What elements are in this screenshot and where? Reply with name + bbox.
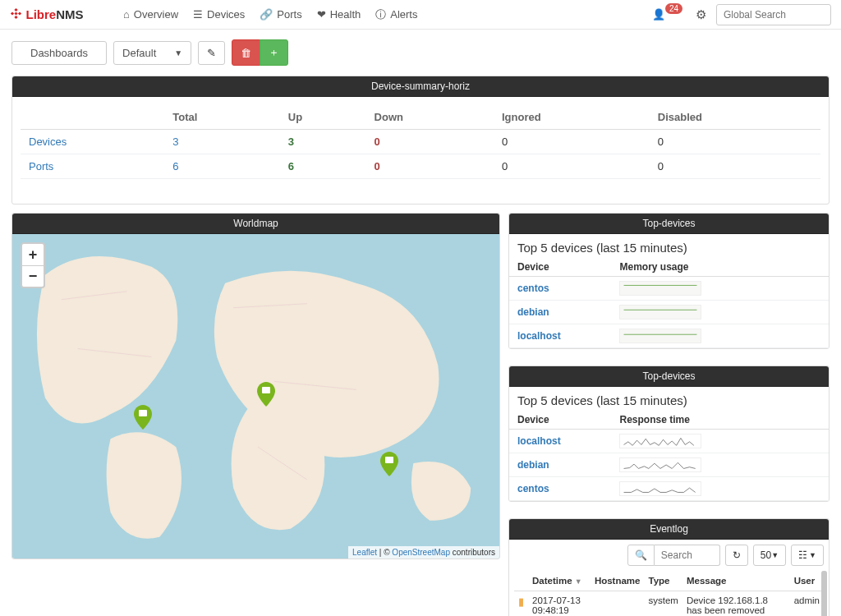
table-row: localhost [509, 430, 829, 453]
device-link[interactable]: centos [517, 483, 549, 494]
nav-items: ⌂Overview ☰Devices 🔗Ports ❤Health ⓘAlert… [123, 7, 417, 22]
refresh-icon: ↻ [733, 549, 741, 561]
dashboard-controls: Dashboards Default ▼ ✎ 🗑 ＋ [11, 39, 830, 66]
global-search[interactable] [716, 4, 831, 25]
table-row: ▮ 2017-07-13 09:48:19 system Device 192.… [514, 591, 824, 617]
device-link[interactable]: localhost [517, 330, 561, 342]
delete-dashboard-button[interactable]: 🗑 [232, 39, 260, 66]
search-button[interactable]: 🔍 [627, 545, 655, 566]
top-devices-memory-panel: Top-devices Top 5 devices (last 15 minut… [508, 213, 830, 349]
user-icon: 👤 [652, 8, 665, 21]
col-user[interactable]: User [790, 571, 824, 591]
device-summary-title: Device-summary-horiz [12, 76, 829, 97]
worldmap-title: Worldmap [12, 214, 499, 234]
scrollbar[interactable] [821, 571, 827, 616]
map-attribution: Leaflet | © OpenStreetMap contributors [348, 546, 499, 559]
summary-table: Total Up Down Ignored Disabled Devices 3… [21, 105, 820, 179]
sparkline [619, 457, 701, 472]
zoom-controls: + − [21, 242, 45, 288]
svg-text:LibreNMS: LibreNMS [26, 7, 84, 21]
zoom-in-button[interactable]: + [22, 244, 44, 265]
table-row: centos [509, 477, 829, 501]
pencil-icon: ✎ [207, 47, 216, 59]
nav-right: 👤 24 ⚙ [652, 4, 831, 25]
nav-overview[interactable]: ⌂Overview [123, 8, 178, 21]
columns-button[interactable]: ☷▼ [791, 545, 824, 566]
table-row: debian [509, 453, 829, 477]
table-row: Devices 3 3 0 0 0 [21, 130, 820, 154]
map-marker[interactable] [134, 405, 152, 430]
nav-devices[interactable]: ☰Devices [193, 8, 245, 21]
col-datetime[interactable]: Datetime ▼ [528, 571, 591, 591]
table-row: centos [509, 277, 829, 301]
settings-menu[interactable]: ⚙ [696, 7, 706, 22]
map-marker[interactable] [380, 452, 398, 476]
table-row: localhost [509, 324, 829, 348]
sparkline [619, 305, 701, 319]
ports-icon: 🔗 [260, 8, 273, 21]
sparkline [619, 281, 701, 296]
col-message[interactable]: Message [682, 571, 790, 591]
svg-rect-2 [18, 11, 21, 15]
edit-dashboard-button[interactable]: ✎ [198, 41, 225, 65]
zoom-out-button[interactable]: − [22, 265, 44, 287]
pagesize-select[interactable]: 50 ▼ [753, 545, 786, 566]
devices-link[interactable]: Devices [29, 136, 67, 148]
sparkline [619, 434, 701, 448]
health-icon: ❤ [317, 8, 326, 21]
eventlog-toolbar: 🔍 ↻ 50 ▼ ☷▼ [514, 545, 824, 566]
chevron-down-icon: ▼ [809, 551, 816, 559]
plus-icon: ＋ [269, 45, 279, 60]
table-row: Ports 6 6 0 0 0 [21, 154, 820, 179]
dashboard-select[interactable]: Default ▼ [113, 41, 191, 65]
col-hostname[interactable]: Hostname [591, 571, 645, 591]
nav-alerts[interactable]: ⓘAlerts [375, 7, 417, 22]
trash-icon: 🗑 [241, 47, 251, 59]
global-search-input[interactable] [724, 9, 824, 21]
worldmap-panel: Worldmap + − [11, 213, 500, 559]
device-link[interactable]: debian [517, 459, 549, 471]
add-dashboard-button[interactable]: ＋ [260, 39, 288, 66]
svg-rect-7 [139, 410, 147, 416]
devices-icon: ☰ [193, 8, 203, 21]
refresh-button[interactable]: ↻ [725, 545, 748, 566]
svg-rect-4 [14, 11, 17, 15]
search-icon: 🔍 [635, 549, 647, 561]
list-icon: ☷ [798, 549, 807, 561]
col-type[interactable]: Type [645, 571, 682, 591]
bookmark-icon: ▮ [518, 595, 524, 608]
map-landmass [12, 234, 499, 558]
chevron-down-icon: ▼ [174, 48, 182, 57]
table-row: debian [509, 301, 829, 324]
brand-logo[interactable]: LibreNMS [10, 6, 108, 24]
sparkline [619, 329, 701, 343]
home-icon: ⌂ [123, 8, 130, 21]
sparkline [619, 481, 701, 496]
chevron-down-icon: ▼ [771, 551, 779, 559]
ports-link[interactable]: Ports [29, 160, 53, 172]
device-link[interactable]: centos [517, 283, 549, 294]
dashboards-label: Dashboards [11, 41, 107, 65]
top-devices-subtitle: Top 5 devices (last 15 minutes) [509, 234, 829, 258]
eventlog-table: Datetime ▼ Hostname Type Message User ▮ … [514, 571, 824, 616]
nav-health[interactable]: ❤Health [317, 8, 361, 21]
map-marker[interactable] [257, 382, 275, 407]
device-link[interactable]: debian [517, 306, 549, 318]
svg-rect-9 [385, 457, 393, 463]
top-navbar: LibreNMS ⌂Overview ☰Devices 🔗Ports ❤Heal… [0, 0, 841, 30]
user-menu[interactable]: 👤 24 [652, 8, 686, 21]
svg-rect-8 [262, 387, 270, 393]
notification-badge: 24 [665, 3, 682, 14]
top-devices-response-panel: Top-devices Top 5 devices (last 15 minut… [508, 365, 830, 502]
alerts-icon: ⓘ [375, 7, 386, 22]
svg-rect-1 [11, 11, 14, 15]
worldmap[interactable]: + − Leaflet | © OpenStreetMap contribu [12, 234, 499, 559]
device-summary-panel: Device-summary-horiz Total Up Down Ignor… [11, 76, 830, 205]
eventlog-panel: Eventlog 🔍 ↻ 50 ▼ ☷▼ Dat [508, 518, 830, 616]
eventlog-search-input[interactable] [655, 545, 720, 566]
device-link[interactable]: localhost [517, 435, 561, 447]
sort-desc-icon: ▼ [575, 577, 582, 586]
nav-ports[interactable]: 🔗Ports [260, 8, 301, 21]
gear-icon: ⚙ [696, 7, 706, 21]
svg-rect-3 [14, 15, 17, 18]
